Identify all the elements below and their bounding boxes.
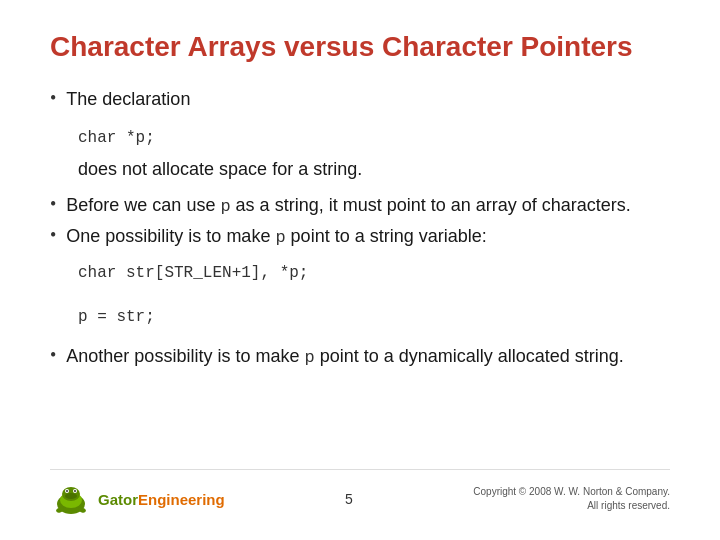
code-line-3: p = str; [78, 308, 155, 326]
bullet-marker-2: • [50, 194, 56, 215]
bullet-text-2-main: Before we can use p as a string, it must… [66, 195, 630, 215]
bullet-text-1: The declaration [66, 86, 190, 112]
footer-copyright: Copyright © 2008 W. W. Norton & Company.… [473, 485, 670, 513]
inline-code-p2: p [275, 228, 285, 247]
slide: Character Arrays versus Character Pointe… [0, 0, 720, 540]
code-block-1: char *p; [78, 126, 670, 150]
svg-point-5 [66, 490, 68, 492]
brand-gator: Gator [98, 491, 138, 508]
bullet-text-3-main: One possibility is to make p point to a … [66, 226, 486, 246]
bullet-item-3: • One possibility is to make p point to … [50, 223, 670, 251]
svg-point-7 [65, 493, 77, 499]
bullet-item-2: • Before we can use p as a string, it mu… [50, 192, 670, 220]
inline-code-p1: p [220, 197, 230, 216]
bullet-item-1: • The declaration [50, 86, 670, 112]
bullet-text-1-before: The declaration [66, 89, 190, 109]
bullet-marker-4: • [50, 345, 56, 366]
bullet-text-4-main: Another possibility is to make p point t… [66, 346, 623, 366]
spacer [50, 291, 670, 299]
footer-page-number: 5 [345, 491, 353, 507]
footer-logo: GatorEngineering [50, 478, 225, 520]
bullet-text-2: Before we can use p as a string, it must… [66, 192, 630, 220]
bullet-1-after: does not allocate space for a string. [78, 156, 670, 182]
code-line-2: char str[STR_LEN+1], *p; [78, 264, 308, 282]
gator-icon [50, 478, 92, 520]
spacer2 [50, 335, 670, 343]
bullet-text-1-after: does not allocate space for a string. [78, 159, 362, 179]
code-block-2: char str[STR_LEN+1], *p; [78, 261, 670, 285]
bullet-text-3: One possibility is to make p point to a … [66, 223, 486, 251]
inline-code-p3: p [304, 348, 314, 367]
copyright-line1: Copyright © 2008 W. W. Norton & Company. [473, 486, 670, 497]
slide-title: Character Arrays versus Character Pointe… [50, 30, 670, 64]
brand-engineering: Engineering [138, 491, 225, 508]
code-line-1: char *p; [78, 129, 155, 147]
bullet-marker-3: • [50, 225, 56, 246]
svg-point-6 [74, 490, 76, 492]
slide-content: • The declaration char *p; does not allo… [50, 86, 670, 469]
slide-footer: GatorEngineering 5 Copyright © 2008 W. W… [50, 469, 670, 520]
footer-brand-text: GatorEngineering [98, 491, 225, 508]
copyright-line2: All rights reserved. [587, 500, 670, 511]
bullet-marker-1: • [50, 88, 56, 109]
bullet-item-4: • Another possibility is to make p point… [50, 343, 670, 371]
bullet-text-4: Another possibility is to make p point t… [66, 343, 623, 371]
code-block-3: p = str; [78, 305, 670, 329]
